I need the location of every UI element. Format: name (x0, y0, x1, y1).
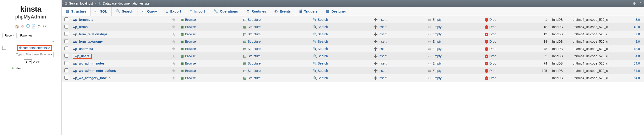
browse-link[interactable]: Browse (185, 40, 196, 43)
favorite-star-icon[interactable]: ★ (172, 61, 176, 66)
row-checkbox[interactable] (64, 61, 68, 65)
empty-link[interactable]: Empty (432, 69, 442, 73)
favorite-star-icon[interactable]: ★ (172, 39, 176, 44)
search-link[interactable]: Search (318, 54, 328, 58)
insert-link[interactable]: Insert (378, 25, 386, 29)
tab-query[interactable]: ▭Query (138, 7, 161, 16)
browse-link[interactable]: Browse (185, 47, 196, 51)
empty-link[interactable]: Empty (432, 54, 442, 58)
tab-structure[interactable]: ▦Structure (62, 7, 91, 16)
favorite-star-icon[interactable]: ★ (172, 68, 176, 73)
favorite-star-icon[interactable]: ★ (172, 75, 176, 81)
search-link[interactable]: Search (318, 32, 328, 36)
table-name-link[interactable]: wp_term_relationships (73, 32, 108, 36)
search-link[interactable]: Search (318, 40, 328, 43)
docs-icon[interactable]: 📄 (31, 24, 36, 28)
insert-link[interactable]: Insert (378, 47, 386, 51)
row-checkbox[interactable] (64, 76, 68, 80)
tab-sql[interactable]: ▭SQL (91, 7, 112, 16)
tab-import[interactable]: ⤒Import (185, 7, 209, 16)
favorite-star-icon[interactable]: ★ (172, 54, 176, 59)
table-name-link[interactable]: wp_wc_admin_note_actions (73, 69, 116, 73)
exit-icon[interactable]: ⎋ (20, 24, 25, 28)
browse-link[interactable]: Browse (185, 32, 196, 36)
table-name-link[interactable]: wp_usermeta (73, 47, 93, 51)
browse-link[interactable]: Browse (185, 18, 196, 21)
row-checkbox[interactable] (64, 46, 68, 50)
insert-link[interactable]: Insert (378, 32, 386, 36)
row-checkbox[interactable] (64, 32, 68, 36)
reload-icon[interactable]: ↻ (42, 24, 47, 28)
structure-link[interactable]: Structure (248, 62, 261, 65)
drop-link[interactable]: Drop (489, 18, 496, 21)
favorite-star-icon[interactable]: ★ (172, 17, 176, 22)
favorite-star-icon[interactable]: ★ (172, 46, 176, 51)
pager-next[interactable]: > >> (33, 60, 40, 64)
clear-filter-icon[interactable]: X (50, 53, 52, 56)
table-name-link[interactable]: wp_wc_category_lookup (73, 76, 110, 80)
table-name-link[interactable]: wp_term_taxonomy (73, 40, 102, 43)
tab-routines[interactable]: ⚙Routines (242, 7, 270, 16)
structure-link[interactable]: Structure (248, 76, 261, 80)
insert-link[interactable]: Insert (378, 54, 386, 58)
favorite-star-icon[interactable]: ★ (172, 24, 176, 29)
insert-link[interactable]: Insert (378, 18, 386, 21)
settings-gear-icon[interactable]: ⚙ (633, 1, 636, 6)
empty-link[interactable]: Empty (432, 18, 442, 21)
structure-link[interactable]: Structure (248, 47, 261, 51)
drop-link[interactable]: Drop (489, 32, 496, 36)
drop-link[interactable]: Drop (489, 47, 496, 51)
row-checkbox[interactable] (64, 68, 68, 72)
insert-link[interactable]: Insert (378, 69, 386, 73)
row-checkbox[interactable] (64, 17, 68, 21)
collapse-up-icon[interactable]: ⌃ (639, 1, 642, 6)
empty-link[interactable]: Empty (432, 32, 442, 36)
new-table-row[interactable]: ✚ New (12, 66, 62, 70)
table-name-link[interactable]: wp_wc_admin_notes (73, 62, 105, 65)
recent-button[interactable]: Recent (2, 33, 17, 38)
link-icon[interactable]: ⚭ (0, 40, 62, 44)
insert-link[interactable]: Insert (378, 62, 386, 65)
drop-link[interactable]: Drop (489, 69, 496, 73)
drop-link[interactable]: Drop (489, 62, 496, 65)
tab-triggers[interactable]: ⇶Triggers (295, 7, 322, 16)
drop-link[interactable]: Drop (489, 25, 496, 29)
filter-input[interactable] (15, 52, 54, 57)
gear-icon[interactable]: ⚙ (37, 24, 41, 28)
insert-link[interactable]: Insert (378, 40, 386, 43)
search-link[interactable]: Search (318, 76, 328, 80)
drop-link[interactable]: Drop (489, 54, 496, 58)
collapse-panel-icon[interactable]: ← (61, 1, 64, 5)
structure-link[interactable]: Structure (248, 54, 261, 58)
structure-link[interactable]: Structure (248, 32, 261, 36)
empty-link[interactable]: Empty (432, 40, 442, 43)
search-link[interactable]: Search (318, 69, 328, 73)
empty-link[interactable]: Empty (432, 25, 442, 29)
search-link[interactable]: Search (318, 47, 328, 51)
browse-link[interactable]: Browse (185, 62, 196, 65)
structure-link[interactable]: Structure (248, 69, 261, 73)
drop-link[interactable]: Drop (489, 76, 496, 80)
structure-link[interactable]: Structure (248, 25, 261, 29)
info-icon[interactable]: ⓘ (26, 24, 30, 28)
browse-link[interactable]: Browse (185, 76, 196, 80)
table-name-link[interactable]: wp_users (73, 54, 92, 59)
table-name-link[interactable]: wp_termmeta (73, 18, 93, 21)
db-name-highlighted[interactable]: documentationtestsite (17, 45, 52, 51)
favorites-button[interactable]: Favorites (18, 33, 35, 38)
structure-link[interactable]: Structure (248, 18, 261, 21)
table-name-link[interactable]: wp_terms (73, 25, 88, 29)
empty-link[interactable]: Empty (432, 62, 442, 65)
row-checkbox[interactable] (64, 54, 68, 58)
drop-link[interactable]: Drop (489, 40, 496, 43)
search-link[interactable]: Search (318, 25, 328, 29)
empty-link[interactable]: Empty (432, 47, 442, 51)
browse-link[interactable]: Browse (185, 54, 196, 58)
page-select[interactable]: 1 (24, 59, 32, 64)
tab-designer[interactable]: ▦Designer (322, 7, 350, 16)
tab-search[interactable]: 🔍Search (112, 7, 138, 16)
browse-link[interactable]: Browse (185, 25, 196, 29)
database-name[interactable]: documentationtestsite (118, 1, 150, 5)
insert-link[interactable]: Insert (378, 76, 386, 80)
tab-events[interactable]: ◴Events (270, 7, 295, 16)
